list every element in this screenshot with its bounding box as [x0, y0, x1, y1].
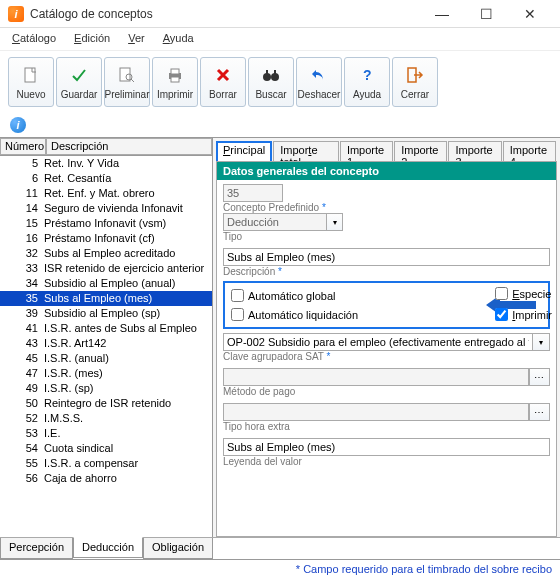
footer-note: * Campo requerido para el timbrado del s…	[0, 559, 560, 578]
leyenda-field[interactable]	[223, 438, 550, 456]
tab-deduccion[interactable]: Deducción	[73, 537, 143, 558]
tab-obligacion[interactable]: Obligación	[143, 538, 213, 559]
table-row[interactable]: 39Subsidio al Empleo (sp)	[0, 306, 212, 321]
app-icon: i	[8, 6, 24, 22]
svg-rect-4	[171, 69, 179, 74]
table-row[interactable]: 56Caja de ahorro	[0, 471, 212, 486]
toolbar: NuevoGuardarPreliminarImprimirBorrarBusc…	[0, 50, 560, 113]
nuevo-icon	[20, 64, 42, 86]
table-row[interactable]: 15Préstamo Infonavit (vsm)	[0, 216, 212, 231]
table-row[interactable]: 54Cuota sindical	[0, 441, 212, 456]
guardar-icon	[68, 64, 90, 86]
preliminar-icon	[116, 64, 138, 86]
metodo-pago-label: Método de pago	[223, 386, 550, 397]
category-tabs: PercepciónDeducciónObligación	[0, 537, 560, 559]
titlebar: i Catálogo de conceptos — ☐ ✕	[0, 0, 560, 28]
table-row[interactable]: 6Ret. Cesantía	[0, 171, 212, 186]
ayuda-icon: ?	[356, 64, 378, 86]
tipo-hora-label: Tipo hora extra	[223, 421, 550, 432]
deshacer-icon	[308, 64, 330, 86]
borrar-button[interactable]: Borrar	[200, 57, 246, 107]
grid-header: Número Descripción	[0, 138, 212, 156]
cb-especie[interactable]: Especie	[495, 287, 552, 300]
leyenda-label: Leyenda del valor	[223, 456, 550, 467]
tipo-hora-field[interactable]	[223, 403, 529, 421]
menubar: CatálogoEdiciónVerAyuda	[0, 28, 560, 50]
info-bar: i	[0, 113, 560, 137]
cerrar-icon	[404, 64, 426, 86]
tipo-hora-browse[interactable]: ⋯	[529, 403, 550, 421]
tipo-label: Tipo	[223, 231, 550, 242]
tab-importe-total[interactable]: Importe total	[273, 141, 339, 161]
numero-field[interactable]	[223, 184, 283, 202]
svg-rect-5	[171, 77, 179, 82]
table-row[interactable]: 49I.S.R. (sp)	[0, 381, 212, 396]
col-descripcion[interactable]: Descripción	[46, 138, 212, 155]
preliminar-button[interactable]: Preliminar	[104, 57, 150, 107]
tab-principal[interactable]: Principal	[216, 141, 272, 161]
metodo-pago-field[interactable]	[223, 368, 529, 386]
tab-importe1[interactable]: Importe 1	[340, 141, 393, 161]
guardar-button[interactable]: Guardar	[56, 57, 102, 107]
tab-importe4[interactable]: Importe 4	[503, 141, 556, 161]
table-row[interactable]: 5Ret. Inv. Y Vida	[0, 156, 212, 171]
grid-body[interactable]: 5Ret. Inv. Y Vida6Ret. Cesantía11Ret. En…	[0, 156, 212, 537]
table-row[interactable]: 32Subs al Empleo acreditado	[0, 246, 212, 261]
ayuda-button[interactable]: ?Ayuda	[344, 57, 390, 107]
table-row[interactable]: 50Reintegro de ISR retenido	[0, 396, 212, 411]
window-title: Catálogo de conceptos	[30, 7, 420, 21]
concepto-predef-select[interactable]	[223, 213, 327, 231]
table-row[interactable]: 33ISR retenido de ejercicio anterior	[0, 261, 212, 276]
svg-rect-0	[25, 68, 35, 82]
imprimir-button[interactable]: Imprimir	[152, 57, 198, 107]
concept-list-pane: Número Descripción 5Ret. Inv. Y Vida6Ret…	[0, 138, 213, 537]
close-button[interactable]: ✕	[508, 0, 552, 28]
tab-percepcion[interactable]: Percepción	[0, 538, 73, 559]
buscar-button[interactable]: Buscar	[248, 57, 294, 107]
op-dropdown[interactable]: ▾	[533, 333, 550, 351]
svg-rect-9	[274, 70, 276, 75]
cb-imprimir[interactable]: Imprimir	[495, 308, 552, 321]
table-row[interactable]: 53I.E.	[0, 426, 212, 441]
table-row[interactable]: 52I.M.S.S.	[0, 411, 212, 426]
info-icon: i	[10, 117, 26, 133]
concepto-predef-dropdown[interactable]: ▾	[327, 213, 343, 231]
cb-automatico-global[interactable]: Automático global	[231, 289, 358, 302]
descripcion-label: Descripción	[223, 266, 275, 277]
imprimir-icon	[164, 64, 186, 86]
borrar-icon	[212, 64, 234, 86]
nuevo-button[interactable]: Nuevo	[8, 57, 54, 107]
menu-ver[interactable]: Ver	[124, 30, 149, 48]
table-row[interactable]: 35Subs al Empleo (mes)	[0, 291, 212, 306]
concepto-predef-label: Concepto Predefinido	[223, 202, 319, 213]
table-row[interactable]: 16Préstamo Infonavit (cf)	[0, 231, 212, 246]
detail-pane: PrincipalImporte totalImporte 1Importe 2…	[213, 138, 560, 537]
table-row[interactable]: 41I.S.R. antes de Subs al Empleo	[0, 321, 212, 336]
col-numero[interactable]: Número	[0, 138, 46, 155]
table-row[interactable]: 47I.S.R. (mes)	[0, 366, 212, 381]
cb-automatico-liquidacion[interactable]: Automático liquidación	[231, 308, 358, 321]
table-row[interactable]: 14Seguro de vivienda Infonavit	[0, 201, 212, 216]
table-row[interactable]: 43I.S.R. Art142	[0, 336, 212, 351]
menu-catálogo[interactable]: Catálogo	[8, 30, 60, 48]
section-header: Datos generales del concepto	[217, 162, 556, 180]
tipo-field[interactable]	[223, 248, 550, 266]
tab-importe3[interactable]: Importe 3	[448, 141, 501, 161]
table-row[interactable]: 11Ret. Enf. y Mat. obrero	[0, 186, 212, 201]
metodo-pago-browse[interactable]: ⋯	[529, 368, 550, 386]
menu-edición[interactable]: Edición	[70, 30, 114, 48]
minimize-button[interactable]: —	[420, 0, 464, 28]
op-select[interactable]	[223, 333, 533, 351]
cerrar-button[interactable]: Cerrar	[392, 57, 438, 107]
buscar-icon	[260, 64, 282, 86]
table-row[interactable]: 55I.S.R. a compensar	[0, 456, 212, 471]
detail-tabs: PrincipalImporte totalImporte 1Importe 2…	[216, 141, 557, 161]
tab-importe2[interactable]: Importe 2	[394, 141, 447, 161]
principal-panel: Datos generales del concepto Concepto Pr…	[216, 161, 557, 537]
deshacer-button[interactable]: Deshacer	[296, 57, 342, 107]
maximize-button[interactable]: ☐	[464, 0, 508, 28]
table-row[interactable]: 34Subsidio al Empleo (anual)	[0, 276, 212, 291]
table-row[interactable]: 45I.S.R. (anual)	[0, 351, 212, 366]
menu-ayuda[interactable]: Ayuda	[159, 30, 198, 48]
svg-rect-8	[266, 70, 268, 75]
